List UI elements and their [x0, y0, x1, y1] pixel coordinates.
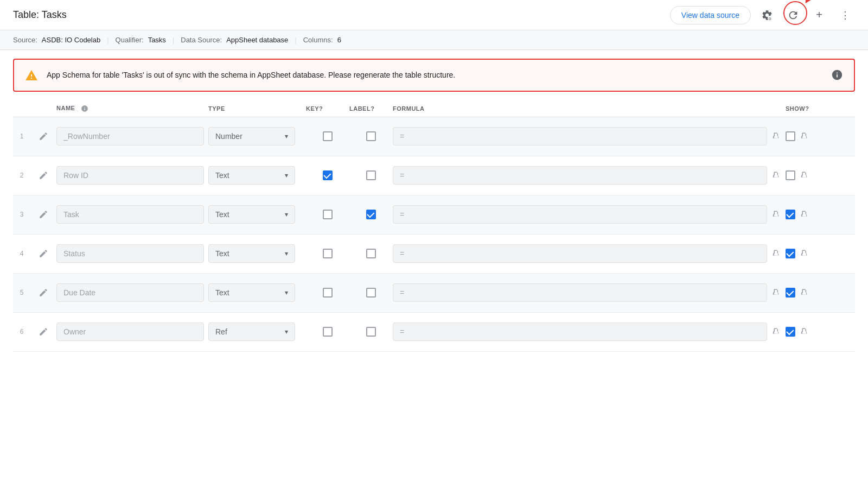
label-checkbox-2[interactable]: [366, 170, 376, 180]
label-checkbox-cell-3[interactable]: [349, 210, 393, 219]
name-input-row-4[interactable]: [56, 244, 204, 263]
key-checkbox-4[interactable]: [323, 249, 333, 258]
key-checkbox-cell-2[interactable]: [306, 170, 349, 180]
key-checkbox-cell-6[interactable]: [306, 327, 349, 337]
label-checkbox-1[interactable]: [366, 131, 376, 141]
view-data-source-button[interactable]: View data source: [670, 6, 751, 24]
refresh-button[interactable]: [783, 5, 803, 25]
name-input-row-1[interactable]: [56, 127, 204, 146]
refresh-button-wrapper: [783, 5, 803, 25]
formula-cell-2: [393, 164, 786, 187]
name-input-row-5[interactable]: [56, 283, 204, 302]
show-flask-icon-4[interactable]: [800, 249, 809, 259]
key-checkbox-5[interactable]: [323, 288, 333, 298]
refresh-icon: [787, 9, 799, 21]
label-checkbox-4[interactable]: [366, 249, 376, 258]
label-checkbox-cell-2[interactable]: [349, 170, 393, 180]
type-value-row-2: Text: [215, 171, 285, 180]
label-checkbox-cell-1[interactable]: [349, 131, 393, 141]
more-icon: ⋮: [840, 9, 850, 21]
table-row: 3 Text ▾: [13, 195, 855, 235]
show-cell-2[interactable]: [786, 170, 829, 181]
flask-icon-1[interactable]: [771, 131, 781, 142]
columns-value: 6: [337, 36, 341, 44]
type-select-row-4[interactable]: Text ▾: [208, 244, 295, 263]
label-checkbox-6[interactable]: [366, 327, 376, 337]
formula-cell-6: [393, 320, 786, 343]
add-button[interactable]: +: [809, 5, 829, 25]
show-flask-icon-1[interactable]: [800, 131, 809, 142]
type-select-row-3[interactable]: Text ▾: [208, 205, 295, 224]
col-header-formula: FORMULA: [393, 105, 786, 112]
formula-cell-5: [393, 281, 786, 304]
name-input-row-6[interactable]: [56, 322, 204, 341]
key-checkbox-cell-5[interactable]: [306, 288, 349, 298]
name-input-row-2[interactable]: [56, 166, 204, 185]
data-source-label: Data Source:: [181, 36, 222, 44]
formula-input-6[interactable]: [393, 322, 767, 341]
info-icon[interactable]: [831, 69, 843, 81]
svg-line-3: [807, 0, 812, 1]
edit-icon-row-5[interactable]: [30, 288, 56, 298]
edit-icon-row-1[interactable]: [30, 131, 56, 141]
label-checkbox-cell-4[interactable]: [349, 249, 393, 258]
type-select-row-1[interactable]: Number ▾: [208, 127, 295, 146]
key-checkbox-3[interactable]: [323, 210, 333, 219]
show-cell-6[interactable]: [786, 327, 829, 337]
show-cell-1[interactable]: [786, 131, 829, 142]
label-checkbox-5[interactable]: [366, 288, 376, 298]
qualifier-label: Qualifier:: [116, 36, 144, 44]
key-checkbox-1[interactable]: [323, 131, 333, 141]
show-checkbox-6[interactable]: [786, 327, 795, 337]
key-checkbox-cell-4[interactable]: [306, 249, 349, 258]
show-cell-5[interactable]: [786, 288, 829, 298]
more-menu-button[interactable]: ⋮: [835, 5, 855, 25]
type-select-row-2[interactable]: Text ▾: [208, 166, 295, 185]
settings-icon-button[interactable]: ⚙: [757, 5, 777, 25]
flask-icon-6[interactable]: [771, 327, 781, 337]
label-checkbox-cell-5[interactable]: [349, 288, 393, 298]
type-select-row-6[interactable]: Ref ▾: [208, 322, 295, 341]
show-cell-4[interactable]: [786, 249, 829, 259]
settings-icon: ⚙: [761, 9, 773, 21]
show-checkbox-1[interactable]: [786, 131, 795, 141]
formula-cell-4: [393, 242, 786, 265]
formula-input-1[interactable]: [393, 127, 767, 146]
key-checkbox-2[interactable]: [323, 170, 333, 180]
show-checkbox-4[interactable]: [786, 249, 795, 258]
formula-input-3[interactable]: [393, 205, 767, 224]
source-bar: Source: ASDB: IO Codelab | Qualifier: Ta…: [0, 30, 868, 50]
key-checkbox-cell-3[interactable]: [306, 210, 349, 219]
show-cell-3[interactable]: [786, 210, 829, 220]
formula-input-2[interactable]: [393, 166, 767, 185]
table-row: 6 Ref ▾: [13, 313, 855, 352]
formula-input-5[interactable]: [393, 283, 767, 302]
show-checkbox-2[interactable]: [786, 170, 795, 180]
flask-icon-3[interactable]: [771, 210, 781, 220]
dropdown-arrow-icon: ▾: [285, 211, 288, 218]
key-checkbox-cell-1[interactable]: [306, 131, 349, 141]
show-checkbox-5[interactable]: [786, 288, 795, 298]
type-select-row-5[interactable]: Text ▾: [208, 283, 295, 302]
name-input-row-3[interactable]: [56, 205, 204, 224]
warning-text: App Schema for table 'Tasks' is out of s…: [47, 71, 455, 79]
edit-icon-row-6[interactable]: [30, 327, 56, 337]
show-checkbox-3[interactable]: [786, 210, 795, 219]
flask-icon-5[interactable]: [771, 288, 781, 298]
edit-icon-row-3[interactable]: [30, 210, 56, 219]
type-value-row-3: Text: [215, 210, 285, 219]
show-flask-icon-5[interactable]: [800, 288, 809, 298]
key-checkbox-6[interactable]: [323, 327, 333, 337]
flask-icon-2[interactable]: [771, 170, 781, 181]
formula-input-4[interactable]: [393, 244, 767, 263]
flask-icon-4[interactable]: [771, 249, 781, 259]
show-flask-icon-2[interactable]: [800, 170, 809, 181]
show-flask-icon-3[interactable]: [800, 210, 809, 220]
label-checkbox-3[interactable]: [366, 210, 376, 219]
show-flask-icon-6[interactable]: [800, 327, 809, 337]
edit-icon-row-4[interactable]: [30, 249, 56, 258]
label-checkbox-cell-6[interactable]: [349, 327, 393, 337]
plus-icon: +: [816, 9, 822, 21]
edit-icon-row-2[interactable]: [30, 170, 56, 180]
table-row: 2 Text ▾: [13, 156, 855, 195]
